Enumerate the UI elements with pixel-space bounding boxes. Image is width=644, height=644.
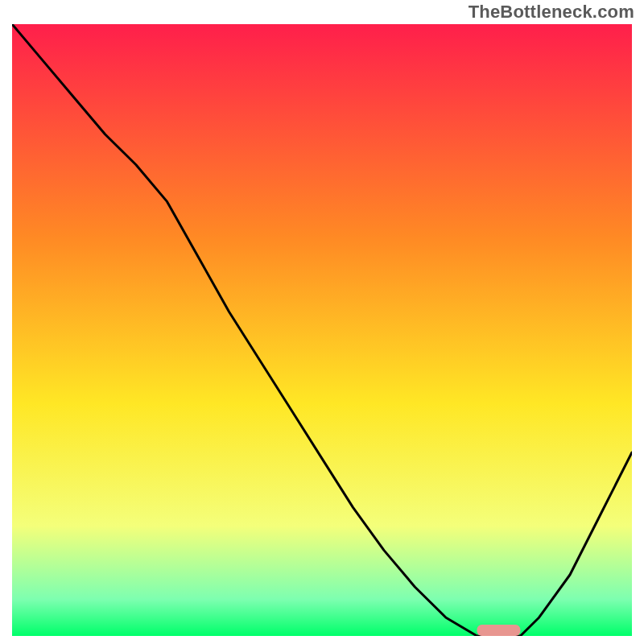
bottleneck-chart — [0, 0, 644, 644]
chart-stage: TheBottleneck.com — [0, 0, 644, 644]
gradient-background — [12, 24, 632, 636]
optimal-marker — [477, 625, 521, 636]
